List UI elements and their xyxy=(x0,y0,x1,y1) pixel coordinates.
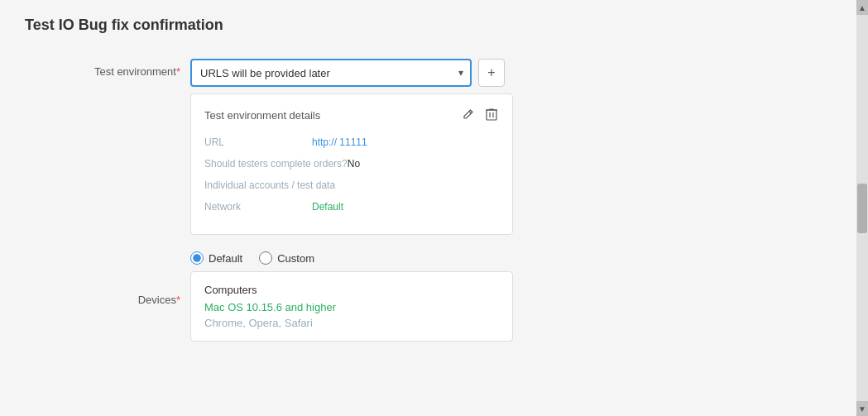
testers-value: No xyxy=(348,158,360,170)
scrollbar[interactable]: ▲ ▼ xyxy=(856,0,868,416)
add-environment-button[interactable]: + xyxy=(478,59,505,87)
env-details-title: Test environment details xyxy=(204,109,320,122)
devices-default-radio[interactable] xyxy=(190,251,204,265)
svg-rect-0 xyxy=(487,110,496,120)
test-environment-dropdown-wrapper: URLS will be provided later ▾ xyxy=(190,59,472,87)
url-row: URL http:// 11111 xyxy=(204,136,499,148)
edit-button[interactable] xyxy=(461,106,476,125)
devices-custom-label: Custom xyxy=(277,252,314,265)
computers-card: Computers Mac OS 10.15.6 and higher Chro… xyxy=(190,271,513,342)
env-details-actions xyxy=(461,106,499,125)
test-environment-row: Test environment* URLS will be provided … xyxy=(25,59,832,235)
select-row: URLS will be provided later ▾ + xyxy=(190,59,604,87)
url-value: http:// 11111 xyxy=(312,136,367,148)
devices-label: Devices* xyxy=(25,287,190,306)
network-row: Network Default xyxy=(204,201,499,213)
devices-default-option[interactable]: Default xyxy=(190,251,242,265)
page-title: Test IO Bug fix confirmation xyxy=(25,17,832,34)
devices-row: Devices* Default Custom Computers M xyxy=(25,251,832,342)
trash-icon xyxy=(486,108,497,121)
computers-os: Mac OS 10.15.6 and higher xyxy=(204,301,499,313)
scrollbar-thumb[interactable] xyxy=(857,184,867,233)
delete-button[interactable] xyxy=(484,106,499,125)
edit-icon xyxy=(463,108,474,120)
page-wrapper: Test IO Bug fix confirmation Test enviro… xyxy=(0,0,868,416)
computers-title: Computers xyxy=(204,284,499,296)
env-details-header: Test environment details xyxy=(204,106,499,125)
network-label: Network xyxy=(204,201,312,213)
main-content: Test IO Bug fix confirmation Test enviro… xyxy=(0,0,856,416)
devices-custom-option[interactable]: Custom xyxy=(259,251,314,265)
test-environment-select[interactable]: URLS will be provided later xyxy=(190,59,472,87)
accounts-label: Individual accounts / test data xyxy=(204,179,335,191)
url-label: URL xyxy=(204,136,312,148)
devices-radio-group: Default Custom xyxy=(190,251,604,265)
devices-default-label: Default xyxy=(209,252,242,265)
testers-label: Should testers complete orders? xyxy=(204,158,348,170)
test-environment-label: Test environment* xyxy=(25,59,190,78)
network-value: Default xyxy=(312,201,343,213)
env-details-card: Test environment details xyxy=(190,93,513,235)
devices-custom-radio[interactable] xyxy=(259,251,272,265)
scrollbar-up-button[interactable]: ▲ xyxy=(856,0,868,15)
computers-browsers: Chrome, Opera, Safari xyxy=(204,317,499,329)
devices-control: Default Custom Computers Mac OS 10.15.6 … xyxy=(190,251,604,342)
test-environment-control: URLS will be provided later ▾ + Test env… xyxy=(190,59,604,235)
scrollbar-down-button[interactable]: ▼ xyxy=(856,401,868,416)
accounts-row: Individual accounts / test data xyxy=(204,179,499,191)
testers-row: Should testers complete orders? No xyxy=(204,158,499,170)
